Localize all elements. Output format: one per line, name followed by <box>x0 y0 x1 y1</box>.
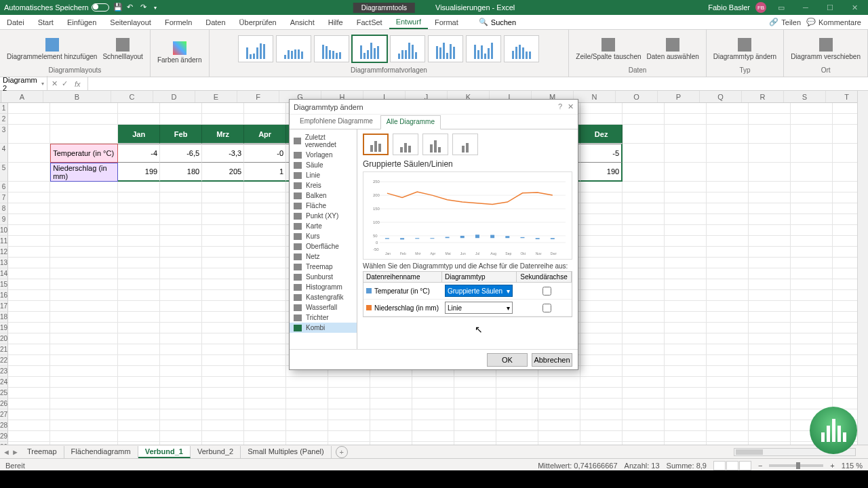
row-header-6[interactable]: 6 <box>0 182 8 192</box>
col-header-E[interactable]: E <box>195 91 237 102</box>
row-header-5[interactable]: 5 <box>0 163 8 182</box>
cell[interactable] <box>623 301 665 312</box>
cell[interactable] <box>665 366 707 377</box>
sheet-nav-next-icon[interactable]: ► <box>12 448 19 456</box>
cell[interactable] <box>328 388 370 399</box>
cell[interactable] <box>580 366 623 377</box>
cell[interactable] <box>118 203 160 214</box>
cell[interactable] <box>791 377 833 388</box>
cell[interactable] <box>454 409 496 420</box>
cell[interactable] <box>244 290 286 301</box>
cell[interactable] <box>707 144 749 163</box>
cell[interactable] <box>244 114 286 125</box>
cell[interactable] <box>749 388 791 399</box>
cell[interactable] <box>244 323 286 333</box>
col-header-N[interactable]: N <box>574 91 616 102</box>
cell[interactable] <box>286 399 328 409</box>
cell[interactable] <box>623 125 665 144</box>
cell[interactable] <box>412 420 454 431</box>
cell[interactable] <box>202 420 244 431</box>
cell[interactable] <box>412 377 454 388</box>
col-header-Q[interactable]: Q <box>700 91 742 102</box>
cell[interactable] <box>202 312 244 323</box>
cell[interactable] <box>791 366 833 377</box>
cell[interactable] <box>50 355 118 366</box>
cell[interactable] <box>160 377 202 388</box>
cell[interactable] <box>160 114 202 125</box>
cell[interactable] <box>623 323 665 333</box>
cell[interactable] <box>160 192 202 203</box>
cell[interactable] <box>665 268 707 279</box>
menu-überprüfen[interactable]: Überprüfen <box>233 15 283 29</box>
maximize-icon[interactable]: ☐ <box>821 0 840 15</box>
undo-icon[interactable]: ↶ <box>127 3 136 12</box>
cell[interactable] <box>665 163 707 182</box>
zoom-out-icon[interactable]: − <box>758 462 762 470</box>
cell[interactable] <box>118 247 160 258</box>
cell[interactable] <box>50 431 118 442</box>
cell[interactable] <box>580 103 623 114</box>
cell[interactable] <box>244 203 286 214</box>
cell[interactable] <box>623 258 665 268</box>
cell[interactable] <box>328 409 370 420</box>
row-header-3[interactable]: 3 <box>0 125 8 144</box>
cell[interactable] <box>749 203 791 214</box>
cell[interactable] <box>749 214 791 225</box>
row-header-12[interactable]: 12 <box>0 247 8 258</box>
secondary-axis-checkbox[interactable] <box>542 287 551 296</box>
cell[interactable] <box>749 225 791 236</box>
cell[interactable] <box>370 431 412 442</box>
row-header-7[interactable]: 7 <box>0 192 8 203</box>
cell[interactable] <box>580 290 623 301</box>
cell[interactable] <box>623 214 665 225</box>
vertical-scrollbar[interactable] <box>857 91 868 445</box>
cell[interactable] <box>202 323 244 333</box>
cell[interactable] <box>623 399 665 409</box>
cell[interactable] <box>749 355 791 366</box>
cell[interactable] <box>623 333 665 344</box>
cell[interactable] <box>244 344 286 355</box>
category-wasserfall[interactable]: Wasserfall <box>290 302 357 312</box>
cell[interactable] <box>160 399 202 409</box>
cell[interactable] <box>749 290 791 301</box>
tab-all-charts[interactable]: Alle Diagramme <box>380 115 441 129</box>
name-box[interactable]: Diagramm 2▾ <box>0 76 47 92</box>
col-header-O[interactable]: O <box>616 91 658 102</box>
cell[interactable] <box>665 192 707 203</box>
cell[interactable] <box>244 247 286 258</box>
cell[interactable] <box>160 431 202 442</box>
dialog-help-icon[interactable]: ? <box>558 102 562 111</box>
cell[interactable] <box>8 323 50 333</box>
row-header-17[interactable]: 17 <box>0 301 8 312</box>
cell[interactable] <box>665 312 707 323</box>
cell[interactable]: Feb <box>160 125 202 144</box>
cell[interactable] <box>665 103 707 114</box>
row-header-18[interactable]: 18 <box>0 312 8 323</box>
cell[interactable] <box>160 388 202 399</box>
sheet-tab-verbund2[interactable]: Verbund_2 <box>191 446 241 458</box>
cell[interactable] <box>50 103 118 114</box>
cell[interactable] <box>749 125 791 144</box>
chart-style-4[interactable] <box>352 35 387 62</box>
cell[interactable] <box>50 409 118 420</box>
cell[interactable] <box>496 420 538 431</box>
cell[interactable] <box>580 333 623 344</box>
cell[interactable] <box>50 268 118 279</box>
cell[interactable] <box>370 377 412 388</box>
cell[interactable] <box>8 163 50 182</box>
cell[interactable] <box>118 258 160 268</box>
cell[interactable] <box>202 279 244 290</box>
combo-subtype-4[interactable] <box>452 134 478 155</box>
cell[interactable] <box>160 301 202 312</box>
zoom-level[interactable]: 115 % <box>842 462 863 470</box>
cell[interactable] <box>580 258 623 268</box>
cell[interactable] <box>665 279 707 290</box>
cell[interactable] <box>8 366 50 377</box>
add-chart-element-button[interactable]: Diagrammelement hinzufügen <box>5 37 98 62</box>
cell[interactable] <box>50 377 118 388</box>
cell[interactable]: 1 <box>244 163 286 182</box>
cell[interactable] <box>118 225 160 236</box>
cell[interactable]: Niederschlag (in mm) <box>50 163 118 182</box>
cell[interactable] <box>118 366 160 377</box>
enter-formula-icon[interactable]: ✓ <box>62 79 68 88</box>
